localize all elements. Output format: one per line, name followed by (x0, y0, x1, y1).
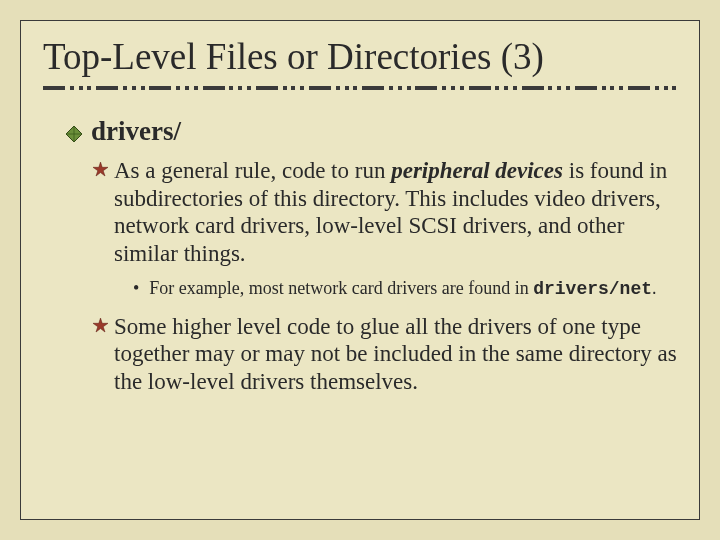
level2a-text: As a general rule, code to run periphera… (114, 157, 677, 267)
diamond-bullet-icon (65, 125, 83, 147)
list-item-level2-a: As a general rule, code to run periphera… (93, 157, 677, 267)
svg-marker-5 (93, 318, 108, 332)
list-item-level1: drivers/ (65, 116, 677, 147)
level3-text: For example, most network card drivers a… (149, 277, 656, 301)
title-underline (43, 86, 677, 98)
slide-frame: Top-Level Files or Directories (3) drive… (20, 20, 700, 520)
dot-bullet-icon: • (133, 277, 139, 300)
star-bullet-icon (93, 162, 108, 181)
level1-text: drivers/ (91, 116, 181, 147)
svg-marker-4 (93, 162, 108, 176)
level3-pre: For example, most network card drivers a… (149, 278, 533, 298)
level3-post: . (652, 278, 657, 298)
list-item-level3: • For example, most network card drivers… (133, 277, 677, 301)
level2b-text: Some higher level code to glue all the d… (114, 313, 677, 396)
star-bullet-icon (93, 318, 108, 337)
slide-title: Top-Level Files or Directories (3) (43, 35, 677, 78)
level2a-emph: peripheral devices (391, 158, 563, 183)
list-item-level2-b: Some higher level code to glue all the d… (93, 313, 677, 396)
level3-code: drivers/net (533, 279, 652, 299)
level2a-pre: As a general rule, code to run (114, 158, 391, 183)
